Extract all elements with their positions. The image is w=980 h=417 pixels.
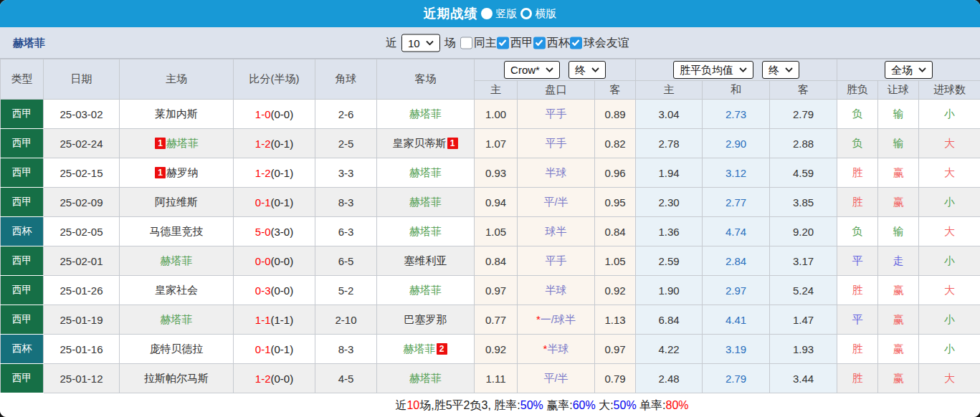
handicap-line-cell: *一/球半 bbox=[518, 305, 595, 335]
result-wdl-cell: 负 bbox=[837, 100, 878, 129]
handicap-away-odds-cell: 0.79 bbox=[595, 364, 636, 393]
table-row: 西甲 25-02-24 1赫塔菲 1-2(0-1) 2-5 皇家贝蒂斯1 1.0… bbox=[1, 129, 980, 158]
filter-checkbox-copa-del-rey[interactable]: 西杯 bbox=[533, 35, 570, 50]
col-header-corners: 角球 bbox=[315, 59, 377, 100]
match-type-cell: 西杯 bbox=[1, 217, 44, 246]
average-type-select[interactable]: 胜平负均值 bbox=[673, 61, 753, 79]
away-team-cell: 巴塞罗那 bbox=[377, 305, 475, 335]
result-wdl-cell: 平 bbox=[837, 246, 878, 276]
handicap-home-odds-cell: 1.00 bbox=[475, 100, 518, 129]
handicap-away-odds-cell: 0.82 bbox=[595, 129, 636, 158]
result-goals-cell: 大 bbox=[919, 217, 980, 246]
result-wdl-cell: 平 bbox=[837, 305, 878, 335]
star-marker: * bbox=[543, 342, 548, 355]
corners-cell: 3-3 bbox=[315, 158, 377, 188]
home-team-cell: 莱加内斯 bbox=[120, 100, 234, 129]
match-date-cell: 25-01-12 bbox=[44, 364, 120, 393]
avg-away-cell: 1.47 bbox=[770, 305, 837, 335]
score-cell: 1-2(0-1) bbox=[234, 129, 315, 158]
result-handicap-cell: 赢 bbox=[878, 188, 919, 217]
match-type-cell: 西甲 bbox=[1, 246, 44, 276]
away-team-cell: 赫塔菲2 bbox=[377, 335, 475, 364]
col-header-date: 日期 bbox=[44, 59, 120, 100]
avg-draw-cell: 4.41 bbox=[703, 305, 770, 335]
avg-home-cell: 6.84 bbox=[636, 305, 703, 335]
odds-time-select[interactable]: 终 bbox=[569, 61, 606, 79]
avg-away-cell: 1.93 bbox=[770, 335, 837, 364]
avg-home-cell: 2.30 bbox=[636, 188, 703, 217]
team-label: 马德里竞技 bbox=[150, 225, 204, 237]
checkbox-checked-icon[interactable] bbox=[497, 37, 509, 49]
score-cell: 0-1(0-1) bbox=[234, 188, 315, 217]
summary-line: 近10场,胜5平2负3, 胜率:50% 赢率:60% 大:50% 单率:80% bbox=[0, 393, 980, 417]
table-row: 西甲 25-03-02 莱加内斯 1-0(0-0) 2-6 赫塔菲 1.00 平… bbox=[1, 100, 980, 129]
vertical-layout-radio[interactable] bbox=[481, 8, 493, 19]
avg-away-cell: 3.44 bbox=[770, 364, 837, 393]
avg-draw-cell: 2.97 bbox=[703, 276, 770, 305]
match-count-select[interactable]: 10 bbox=[401, 34, 440, 52]
away-team-cell: 赫塔菲 bbox=[377, 364, 475, 393]
summary-segment: 60% bbox=[573, 399, 596, 412]
summary-segment: 10 bbox=[406, 399, 419, 412]
vertical-layout-label[interactable]: 竖版 bbox=[496, 7, 518, 21]
odds-time-value: 终 bbox=[575, 63, 586, 77]
handicap-away-odds-cell: 0.96 bbox=[595, 158, 636, 188]
chevron-down-icon bbox=[591, 67, 599, 72]
match-type-cell: 西甲 bbox=[1, 305, 44, 335]
checkbox-label: 西甲 bbox=[510, 35, 533, 50]
summary-segment: 50% bbox=[614, 399, 637, 412]
score-cell: 1-1(1-1) bbox=[234, 305, 315, 335]
sub-header-result-goals: 进球数 bbox=[919, 81, 980, 100]
horizontal-layout-radio[interactable] bbox=[520, 8, 532, 19]
average-time-select[interactable]: 终 bbox=[762, 61, 799, 79]
table-row: 西甲 25-02-01 赫塔菲 0-0(0-0) 6-5 塞维利亚 0.84 平… bbox=[1, 246, 980, 276]
match-date-cell: 25-02-24 bbox=[44, 129, 120, 158]
result-wdl-cell: 胜 bbox=[837, 276, 878, 305]
checkbox-label: 西杯 bbox=[547, 35, 570, 50]
filter-checkboxes: 同主西甲西杯球会友谊 bbox=[460, 35, 629, 50]
star-marker: * bbox=[536, 313, 541, 325]
result-goals-cell: 大 bbox=[919, 276, 980, 305]
table-row: 西甲 25-01-19 赫塔菲 1-1(1-1) 2-10 巴塞罗那 0.77 … bbox=[1, 305, 980, 335]
checkbox-label: 球会友谊 bbox=[584, 35, 629, 50]
avg-away-cell: 2.79 bbox=[770, 100, 837, 129]
average-type-value: 胜平负均值 bbox=[680, 63, 733, 77]
home-team-cell: 1赫塔菲 bbox=[120, 129, 234, 158]
result-goals-cell: 小 bbox=[919, 246, 980, 276]
away-team-cell: 塞维利亚 bbox=[377, 246, 475, 276]
handicap-line-cell: 半球 bbox=[518, 276, 595, 305]
avg-home-cell: 2.59 bbox=[636, 246, 703, 276]
horizontal-layout-label[interactable]: 横版 bbox=[536, 7, 557, 21]
team-label: 莱加内斯 bbox=[155, 107, 198, 120]
avg-away-cell: 3.85 bbox=[770, 188, 837, 217]
table-row: 西甲 25-01-26 皇家社会 0-3(0-0) 5-2 赫塔菲 0.97 半… bbox=[1, 276, 980, 305]
checkbox-unchecked-icon[interactable] bbox=[460, 37, 472, 49]
sub-header-handicap-line: 盘口 bbox=[518, 81, 595, 100]
score-cell: 1-0(0-0) bbox=[234, 100, 315, 129]
results-tbody: 西甲 25-03-02 莱加内斯 1-0(0-0) 2-6 赫塔菲 1.00 平… bbox=[1, 100, 980, 393]
handicap-home-odds-cell: 0.77 bbox=[475, 305, 518, 335]
result-wdl-cell: 胜 bbox=[837, 364, 878, 393]
checkbox-checked-icon[interactable] bbox=[570, 37, 582, 49]
match-date-cell: 25-02-15 bbox=[44, 158, 120, 188]
table-row: 西甲 25-02-09 阿拉维斯 0-1(0-1) 8-3 赫塔菲 0.94 平… bbox=[1, 188, 980, 217]
match-count-value: 10 bbox=[408, 36, 420, 49]
avg-home-cell: 3.04 bbox=[636, 100, 703, 129]
sub-header-handicap-away: 客 bbox=[595, 81, 636, 100]
score-cell: 0-0(0-0) bbox=[234, 246, 315, 276]
filter-checkbox-same-home[interactable]: 同主 bbox=[460, 35, 497, 50]
filter-checkbox-la-liga[interactable]: 西甲 bbox=[497, 35, 533, 50]
result-goals-cell: 小 bbox=[919, 188, 980, 217]
handicap-away-odds-cell: 0.84 bbox=[595, 217, 636, 246]
checkbox-checked-icon[interactable] bbox=[533, 37, 546, 49]
team-label: 赫塔菲 bbox=[404, 342, 436, 355]
odds-company-select[interactable]: Crow* bbox=[504, 61, 560, 79]
avg-draw-cell: 2.90 bbox=[703, 129, 770, 158]
team-label: 赫塔菲 bbox=[161, 313, 193, 325]
handicap-away-odds-cell: 0.89 bbox=[595, 100, 636, 129]
team-label: 阿拉维斯 bbox=[155, 196, 198, 208]
red-card-badge: 1 bbox=[155, 167, 166, 178]
scope-select[interactable]: 全场 bbox=[885, 61, 933, 79]
result-handicap-cell: 输 bbox=[878, 217, 919, 246]
filter-checkbox-club-friendly[interactable]: 球会友谊 bbox=[570, 35, 629, 50]
